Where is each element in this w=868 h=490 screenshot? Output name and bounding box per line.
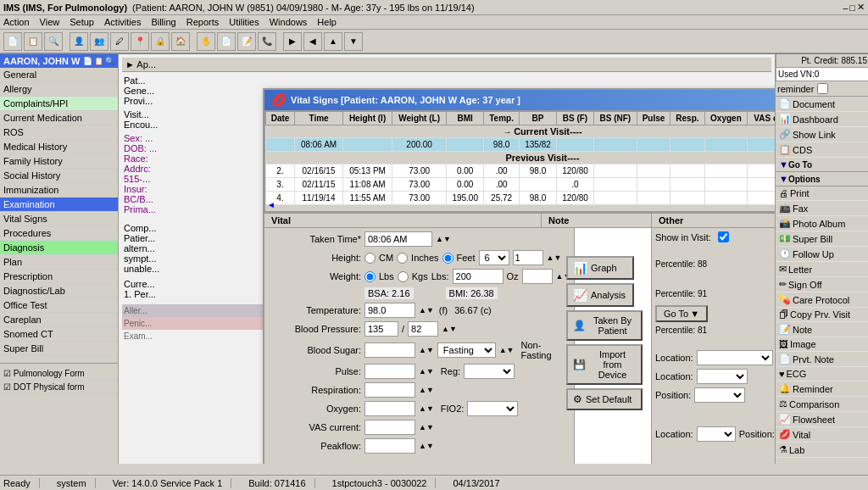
sidebar-item-super-bill[interactable]: Super Bill (0, 342, 118, 356)
rs-follow-up[interactable]: 🕐 Follow Up (776, 247, 868, 262)
close-btn[interactable]: ✕ (857, 2, 865, 13)
pulse-location-select[interactable] (697, 426, 736, 442)
rs-care-protocol[interactable]: 💊 Care Protocol (776, 292, 868, 308)
respiration-input[interactable] (364, 382, 415, 398)
height-cm-radio[interactable] (364, 253, 376, 264)
bp-location-select[interactable] (697, 369, 748, 384)
bp-position-select[interactable] (694, 387, 745, 403)
rs-cds[interactable]: 📋 CDS (776, 142, 868, 158)
vas-input[interactable] (364, 420, 415, 435)
set-default-button[interactable]: ⚙ Set Default (566, 388, 643, 410)
toolbar-btn-8[interactable]: 🔒 (151, 32, 170, 51)
sidebar-item-plan[interactable]: Plan (0, 255, 118, 270)
sidebar-item-vital-signs[interactable]: Vital Signs (0, 212, 118, 226)
rs-note[interactable]: 📝 Note (776, 322, 868, 337)
weight-kgs-radio[interactable] (398, 271, 409, 282)
rs-image[interactable]: 🖼 Image (776, 337, 868, 352)
scroll-left-arrow[interactable]: ◄ (267, 200, 275, 209)
bp-diastolic-input[interactable] (408, 321, 438, 337)
respiration-spinner[interactable]: ▲▼ (419, 386, 434, 394)
current-visit-row[interactable]: 08:06 AM 200.00 98.0 135/82 (266, 138, 776, 152)
height-feet-select[interactable]: 6 (479, 250, 509, 265)
rs-vital[interactable]: 💋 Vital (776, 427, 868, 443)
toolbar-btn-3[interactable]: 🔍 (44, 32, 63, 51)
rs-super-bill[interactable]: 💵 Super Bill (776, 231, 868, 247)
menu-action[interactable]: Action (3, 17, 30, 27)
sidebar-item-diagnosis[interactable]: Diagnosis (0, 241, 118, 255)
toolbar-btn-2[interactable]: 📋 (24, 32, 42, 51)
temp-input[interactable] (364, 303, 415, 318)
rs-copy-prv-visit[interactable]: 🗍 Copy Prv. Visit (776, 308, 868, 322)
sidebar-item-dot-physical[interactable]: ☑ DOT Physical form (0, 381, 118, 394)
sidebar-item-prescription[interactable]: Prescription (0, 270, 118, 284)
pulse-spinner[interactable]: ▲▼ (419, 367, 434, 376)
oxygen-spinner[interactable]: ▲▼ (419, 404, 434, 413)
vas-spinner[interactable]: ▲▼ (419, 423, 434, 432)
sidebar-icon-3[interactable]: 🔍 (105, 57, 114, 65)
toolbar-btn-12[interactable]: 📝 (237, 32, 256, 51)
bloodsugar-spinner2[interactable]: ▲▼ (499, 346, 515, 354)
peakflow-spinner[interactable]: ▲▼ (419, 442, 434, 450)
rs-reminder[interactable]: 🔔 Reminder (776, 381, 868, 397)
menu-help[interactable]: Help (317, 17, 337, 27)
taken-time-spinner[interactable]: ▲▼ (436, 235, 451, 243)
menu-billing[interactable]: Billing (151, 17, 175, 27)
sidebar-item-office-test[interactable]: Office Test (0, 298, 118, 313)
height-spinner[interactable]: ▲▼ (547, 253, 562, 262)
sidebar-item-immunization[interactable]: Immunization (0, 183, 118, 198)
rs-scroll-down[interactable]: ▼ (776, 458, 868, 464)
menu-view[interactable]: View (40, 17, 60, 27)
rs-lab[interactable]: ⚗ Lab (776, 443, 868, 458)
oxygen-input[interactable] (364, 401, 415, 416)
goto-button[interactable]: Go To ▼ (655, 305, 708, 322)
sidebar-icon-2[interactable]: 📋 (94, 57, 103, 65)
bp-spinner[interactable]: ▲▼ (442, 325, 457, 333)
toolbar-btn-17[interactable]: ▼ (344, 32, 363, 51)
import-from-device-button[interactable]: 💾 Import from Device (566, 344, 643, 385)
sidebar-item-allergy[interactable]: Allergy (0, 82, 118, 97)
table-row[interactable]: 4. 11/19/14 11:55 AM 73.00 195.00 25.72 … (266, 192, 776, 205)
rs-ecg[interactable]: ♥ ECG (776, 367, 868, 381)
toolbar-btn-11[interactable]: 📄 (217, 32, 236, 51)
toolbar-btn-7[interactable]: 📍 (131, 32, 149, 51)
sidebar-item-family-history[interactable]: Family History (0, 154, 118, 169)
analysis-button[interactable]: 📈 Analysis (566, 283, 634, 307)
sidebar-item-social-history[interactable]: Social History (0, 169, 118, 183)
sidebar-icon-1[interactable]: 📄 (83, 57, 92, 65)
pulse-reg-select[interactable] (464, 364, 515, 379)
weight-lbs-radio[interactable] (364, 271, 376, 282)
sidebar-item-pulmonology-form[interactable]: ☑ Pulmonology Form (0, 367, 118, 381)
taken-time-input[interactable] (364, 231, 432, 247)
sidebar-item-diagnostic-lab[interactable]: Diagnostic/Lab (0, 284, 118, 298)
peakflow-input[interactable] (364, 438, 415, 454)
rs-sign-off[interactable]: ✏ Sign Off (776, 277, 868, 292)
bloodsugar-type-select[interactable]: Fasting (437, 342, 496, 358)
sidebar-item-careplan[interactable]: Careplan (0, 313, 118, 327)
sidebar-item-snomed-ct[interactable]: Snomed CT (0, 327, 118, 342)
weight-oz-input[interactable] (522, 269, 553, 284)
menu-activities[interactable]: Activities (104, 17, 141, 27)
table-row[interactable]: 3. 02/11/15 11:08 AM 73.00 0.00 .00 .0 (266, 178, 776, 192)
toolbar-btn-13[interactable]: 📞 (258, 32, 276, 51)
temp-spinner[interactable]: ▲▼ (419, 306, 434, 315)
toolbar-btn-9[interactable]: 🏠 (171, 32, 190, 51)
sidebar-item-medical-history[interactable]: Medical History (0, 140, 118, 154)
table-row[interactable]: 2. 02/16/15 05:13 PM 73.00 0.00 .00 98.0… (266, 164, 776, 178)
sidebar-item-current-medication[interactable]: Current Medication (0, 111, 118, 125)
toolbar-btn-4[interactable]: 👤 (70, 32, 88, 51)
height-feet-radio[interactable] (442, 253, 453, 264)
bloodsugar-input[interactable] (364, 342, 415, 358)
minimize-btn[interactable]: – (843, 3, 848, 13)
menu-reports[interactable]: Reports (186, 17, 220, 27)
menu-windows[interactable]: Windows (270, 17, 308, 27)
sidebar-item-complaints[interactable]: Complaints/HPI (0, 97, 118, 111)
weight-lbs-input[interactable] (453, 269, 504, 284)
rs-flowsheet[interactable]: 📈 Flowsheet (776, 412, 868, 427)
toolbar-btn-10[interactable]: ✋ (197, 32, 215, 51)
sidebar-item-procedures[interactable]: Procedures (0, 226, 118, 241)
toolbar-btn-16[interactable]: ▲ (324, 32, 342, 51)
toolbar-btn-14[interactable]: ▶ (283, 32, 302, 51)
pulse-input[interactable] (364, 364, 415, 379)
rs-prvt-note[interactable]: 📄 Prvt. Note (776, 352, 868, 367)
toolbar-btn-1[interactable]: 📄 (3, 32, 22, 51)
